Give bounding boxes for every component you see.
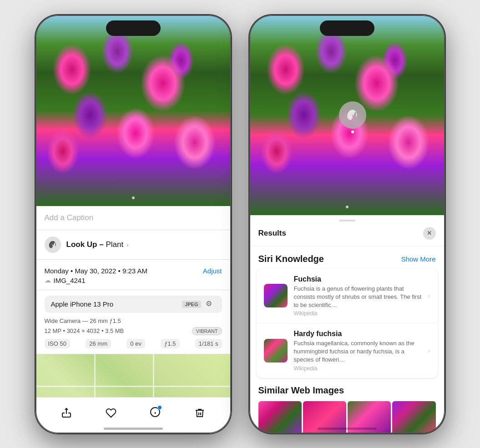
results-panel: Results ✕ Siri Knowledge Show More [249, 215, 445, 433]
filename-text: IMG_4241 [54, 277, 86, 284]
right-home-indicator [318, 428, 377, 430]
share-button[interactable] [56, 403, 76, 423]
map-road-h1 [35, 386, 231, 387]
share-icon [61, 408, 72, 418]
similar-image-4[interactable] [392, 401, 435, 433]
camera-icons: JPEG ⚙ [182, 299, 215, 309]
fuchsia-chevron-icon: › [428, 292, 430, 299]
aperture-value: ƒ1.5 [161, 339, 179, 348]
lookup-text: Look Up – Plant › [66, 240, 129, 249]
fuchsia-name: Fuchsia [294, 275, 422, 283]
siri-knowledge-title: Siri Knowledge [258, 254, 324, 264]
right-photo-image[interactable] [249, 15, 445, 215]
iso-value: ISO 50 [45, 339, 70, 348]
camera-model: Apple iPhone 13 Pro [51, 300, 114, 308]
right-photo-dot-indicator [346, 206, 349, 208]
favorite-button[interactable] [101, 403, 121, 423]
close-button[interactable]: ✕ [423, 227, 436, 240]
fuchsia-thumbnail [264, 284, 288, 307]
left-phone: Add a Caption Look Up – Plant › Mon [35, 15, 231, 433]
hardy-fuchsia-chevron-icon: › [428, 347, 430, 354]
hardy-fuchsia-thumbnail [264, 339, 288, 362]
lookup-bold-text: Look Up – [66, 240, 104, 249]
delete-button[interactable] [190, 403, 210, 423]
lookup-chevron-icon: › [126, 241, 129, 248]
camera-settings-icon[interactable]: ⚙ [206, 299, 216, 309]
specs-text: 12 MP • 3024 × 4032 • 3.5 MB [45, 327, 124, 334]
caption-area[interactable]: Add a Caption [35, 206, 231, 230]
hardy-fuchsia-source: Wikipedia [294, 365, 422, 372]
fuchsia-text: Fuchsia Fuchsia is a genus of flowering … [294, 275, 422, 317]
leaf-icon [48, 240, 57, 249]
similar-images-section: Similar Web Images [249, 378, 445, 433]
camera-lens-text: Wide Camera — 26 mm ƒ1.5 [45, 317, 222, 324]
hardy-fuchsia-description: Fuchsia magellanica, commonly known as t… [294, 339, 422, 364]
caption-placeholder[interactable]: Add a Caption [45, 213, 94, 222]
exif-row: ISO 50 26 mm 0 ev ƒ1.5 1/181 s [45, 339, 222, 348]
info-button[interactable] [145, 403, 165, 423]
drag-handle[interactable] [339, 220, 355, 221]
lookup-regular-text: Plant [106, 240, 123, 249]
filename-row: ☁ IMG_4241 [45, 277, 222, 284]
camera-section: Apple iPhone 13 Pro JPEG ⚙ Wide Camera —… [35, 290, 231, 354]
date-text: Monday • May 30, 2022 • 9:23 AM [45, 267, 147, 275]
focal-length-value: 26 mm [86, 339, 111, 348]
date-row: Monday • May 30, 2022 • 9:23 AM Adjust [45, 267, 222, 275]
vi-dot [351, 131, 354, 133]
photo-image[interactable] [35, 15, 231, 206]
lookup-row[interactable]: Look Up – Plant › [35, 230, 231, 260]
resolution-text: 3024 × 4032 [67, 327, 100, 334]
hardy-fuchsia-name: Hardy fuchsia [294, 330, 422, 338]
lookup-icon-circle [45, 237, 61, 253]
similar-images-title: Similar Web Images [258, 385, 436, 396]
visual-intelligence-button[interactable] [339, 101, 366, 129]
photo-dot-indicator [132, 196, 135, 199]
jpeg-badge: JPEG [182, 301, 201, 308]
right-dynamic-island [320, 20, 374, 36]
similar-image-1[interactable] [258, 401, 302, 433]
phones-container: Add a Caption Look Up – Plant › Mon [35, 15, 445, 433]
show-more-link[interactable]: Show More [401, 255, 436, 263]
right-phone: Results ✕ Siri Knowledge Show More [249, 15, 445, 433]
results-title: Results [258, 229, 286, 238]
hardy-thumb-image [264, 339, 288, 362]
right-phone-screen: Results ✕ Siri Knowledge Show More [249, 15, 445, 433]
heart-icon [106, 408, 116, 418]
info-badge [150, 407, 161, 419]
left-phone-screen: Add a Caption Look Up – Plant › Mon [35, 15, 231, 433]
trash-icon [194, 408, 205, 418]
photo-info-section: Monday • May 30, 2022 • 9:23 AM Adjust ☁… [35, 260, 231, 290]
home-indicator [104, 428, 163, 430]
fuchsia-item[interactable]: Fuchsia Fuchsia is a genus of flowering … [257, 269, 438, 324]
hardy-fuchsia-text: Hardy fuchsia Fuchsia magellanica, commo… [294, 330, 422, 372]
shutter-value: 1/181 s [195, 339, 222, 348]
fuchsia-description: Fuchsia is a genus of flowering plants t… [294, 285, 422, 310]
siri-knowledge-header: Siri Knowledge Show More [249, 247, 445, 269]
hardy-fuchsia-item[interactable]: Hardy fuchsia Fuchsia magellanica, commo… [257, 323, 438, 378]
mp-text: 12 MP [45, 327, 61, 334]
dynamic-island [106, 20, 161, 36]
vibrant-badge: VIBRANT [192, 327, 222, 335]
photo-background [35, 15, 231, 206]
info-badge-dot [157, 405, 162, 410]
specs-row: 12 MP • 3024 × 4032 • 3.5 MB VIBRANT [45, 327, 222, 335]
size-text: 3.5 MB [105, 327, 124, 334]
fuchsia-source: Wikipedia [294, 310, 422, 317]
knowledge-card: Fuchsia Fuchsia is a genus of flowering … [257, 269, 438, 378]
cloud-icon: ☁ [45, 277, 51, 284]
adjust-link[interactable]: Adjust [203, 267, 222, 275]
fuchsia-thumb-image [264, 284, 288, 307]
leaf-vi-icon [346, 109, 359, 121]
exposure-value: 0 ev [126, 339, 145, 348]
camera-header: Apple iPhone 13 Pro JPEG ⚙ [45, 296, 222, 313]
results-header: Results ✕ [249, 224, 445, 247]
